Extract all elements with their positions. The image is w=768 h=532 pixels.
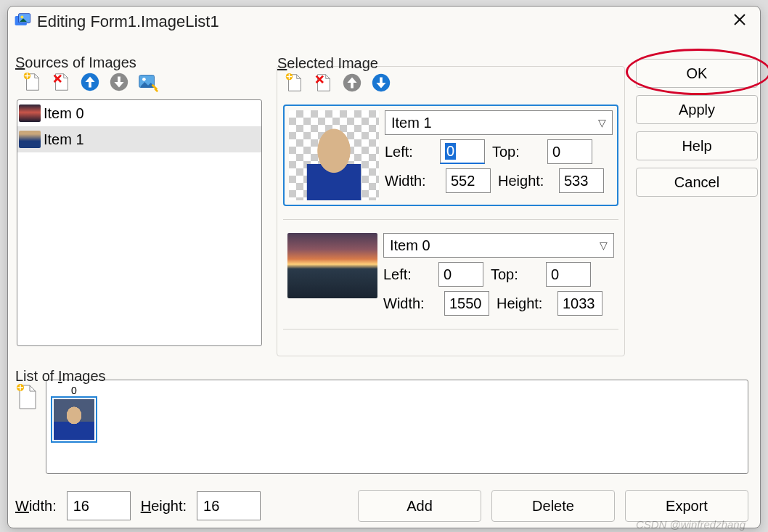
thumb-icon — [19, 131, 41, 148]
card-preview — [289, 110, 379, 200]
width-input[interactable]: 552 — [446, 168, 491, 193]
width-label: Width: — [385, 173, 438, 189]
left-label: Left: — [383, 266, 431, 283]
list-width-input[interactable]: 16 — [67, 491, 131, 520]
thumb-icon — [54, 399, 94, 440]
bottom-bar: Width: 16 Height: 16 Add Delete Export — [15, 490, 748, 522]
add-button[interactable]: Add — [358, 490, 481, 522]
selected-card-1[interactable]: Item 0 ▽ Left: 0 Top: 0 Width: 1550 — [283, 233, 618, 316]
titlebar: Editing Form1.ImageList1 — [8, 7, 760, 37]
height-label: Height: — [497, 295, 550, 312]
card-preview — [287, 233, 377, 298]
top-input[interactable]: 0 — [547, 139, 592, 164]
list-item-index: 0 — [71, 385, 77, 396]
width-label: Width: — [15, 498, 57, 515]
cancel-button[interactable]: Cancel — [636, 168, 758, 197]
left-label: Left: — [385, 144, 433, 160]
card-name-combo[interactable]: Item 1 ▽ — [385, 110, 613, 135]
card-divider — [283, 329, 618, 330]
list-of-images-box[interactable]: 0 — [46, 380, 748, 474]
selected-card-0[interactable]: Item 1 ▽ Left: 0 Top: 0 Width: 552 H — [283, 105, 618, 206]
sources-group: Sources of Images Item 0 Item 1 — [15, 66, 269, 356]
card-name-combo[interactable]: Item 0 ▽ — [383, 233, 614, 258]
left-input[interactable]: 0 — [438, 262, 483, 287]
sources-label: Sources of Images — [15, 54, 136, 71]
app-icon — [14, 12, 33, 31]
list-item-0[interactable] — [51, 396, 97, 443]
selected-label: Selected Image — [277, 55, 378, 72]
combo-value: Item 1 — [391, 115, 432, 131]
arrow-up-icon[interactable] — [340, 70, 364, 95]
dialog-content: Sources of Images Item 0 Item 1 — [8, 37, 760, 528]
card-fields: Item 1 ▽ Left: 0 Top: 0 Width: 552 H — [385, 110, 613, 200]
arrow-down-icon[interactable] — [107, 70, 131, 94]
help-button[interactable]: Help — [636, 131, 758, 160]
new-doc-icon[interactable] — [282, 70, 306, 95]
picture-edit-icon[interactable] — [136, 70, 160, 94]
svg-point-2 — [20, 15, 23, 18]
arrow-down-icon[interactable] — [369, 70, 393, 95]
chevron-down-icon: ▽ — [600, 240, 608, 251]
card-divider — [283, 219, 618, 220]
combo-value: Item 0 — [390, 237, 430, 254]
arrow-up-icon[interactable] — [78, 70, 102, 94]
left-input[interactable]: 0 — [440, 139, 485, 164]
top-label: Top: — [491, 266, 539, 283]
delete-doc-icon[interactable] — [49, 70, 73, 94]
width-label: Width: — [383, 295, 437, 312]
sources-item-label: Item 1 — [44, 131, 84, 148]
dialog-window: Editing Form1.ImageList1 Sources of Imag… — [7, 6, 761, 528]
list-height-input[interactable]: 16 — [197, 491, 261, 520]
sources-item-0[interactable]: Item 0 — [17, 100, 261, 126]
watermark-text: CSDN @winfredzhang — [636, 518, 745, 531]
selected-group: Selected Image Item 1 ▽ — [277, 66, 625, 356]
height-input[interactable]: 533 — [559, 168, 604, 193]
close-icon — [732, 12, 747, 27]
top-input[interactable]: 0 — [546, 262, 591, 287]
chevron-down-icon: ▽ — [598, 117, 606, 128]
height-input[interactable]: 1033 — [557, 291, 602, 316]
export-button[interactable]: Export — [625, 490, 748, 522]
sources-item-1[interactable]: Item 1 — [17, 126, 261, 152]
selected-cards: Item 1 ▽ Left: 0 Top: 0 Width: 552 H — [277, 100, 624, 337]
top-label: Top: — [492, 144, 540, 160]
right-button-column: OK Apply Help Cancel — [636, 59, 758, 204]
delete-doc-icon[interactable] — [311, 70, 335, 95]
new-doc-icon[interactable] — [20, 70, 44, 94]
close-button[interactable] — [725, 9, 754, 34]
delete-button[interactable]: Delete — [491, 490, 615, 522]
apply-button[interactable]: Apply — [636, 95, 758, 124]
ok-button[interactable]: OK — [636, 59, 758, 88]
height-label: Height: — [141, 498, 187, 515]
thumb-icon — [19, 105, 41, 122]
width-input[interactable]: 1550 — [444, 291, 489, 316]
height-label: Height: — [498, 173, 552, 189]
svg-point-7 — [142, 78, 146, 81]
card-fields: Item 0 ▽ Left: 0 Top: 0 Width: 1550 — [383, 233, 614, 316]
sources-listbox[interactable]: Item 0 Item 1 — [17, 99, 262, 346]
window-title: Editing Form1.ImageList1 — [37, 12, 725, 31]
new-doc-icon[interactable] — [15, 382, 38, 412]
list-of-images-label: List of Images — [15, 368, 106, 385]
list-of-images-group: List of Images 0 — [15, 380, 748, 503]
sources-item-label: Item 0 — [44, 105, 84, 122]
